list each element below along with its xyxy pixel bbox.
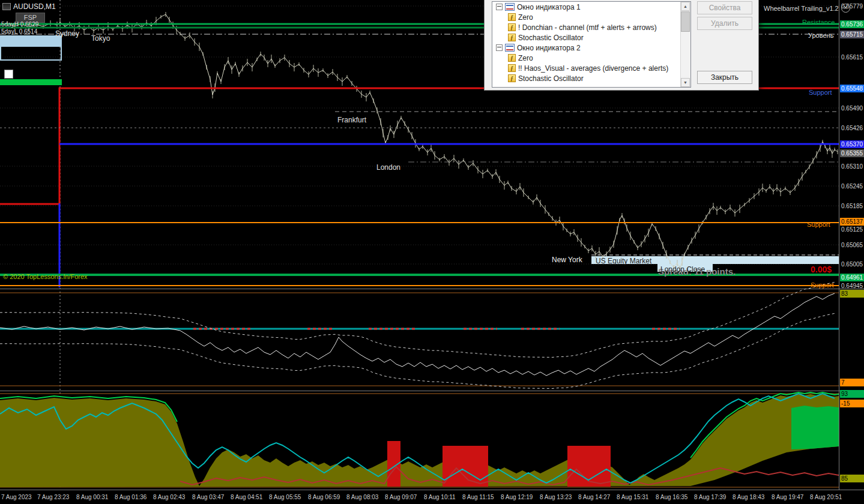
indicator-function-icon: ƒ bbox=[508, 23, 516, 31]
time-axis-label: 8 Aug 05:55 bbox=[269, 494, 301, 500]
price-scale-label: 0.65310 bbox=[840, 163, 864, 170]
time-axis-label: 8 Aug 06:59 bbox=[308, 494, 340, 500]
price-scale-label: 0.65426 bbox=[840, 124, 864, 132]
tree-item-label: !! Haos_Visual - averages (divergence + … bbox=[518, 64, 668, 73]
price-scale-label: 0.64945 bbox=[840, 282, 864, 290]
haos-green-zone bbox=[791, 406, 839, 449]
indicator-function-icon: ƒ bbox=[508, 54, 516, 62]
session-band bbox=[591, 256, 839, 264]
tree-item-label: Stochastic Oscillator bbox=[518, 74, 584, 83]
tree-expander-icon[interactable] bbox=[496, 4, 503, 10]
indicator-list-dialog: Окно индикатора 1ƒZeroƒ! Donchian - chan… bbox=[484, 0, 759, 91]
scroll-up-button[interactable]: ▲ bbox=[681, 2, 690, 11]
time-axis-label: 7 Aug 2023 bbox=[1, 494, 32, 500]
tree-item-label: Zero bbox=[518, 54, 533, 62]
tree-item-label: Окно индикатора 1 bbox=[517, 3, 581, 11]
time-axis-label: 8 Aug 11:15 bbox=[462, 494, 494, 500]
tree-item-indicator[interactable]: ƒStochastic Oscillator bbox=[492, 32, 681, 43]
scrollbar-thumb[interactable] bbox=[681, 11, 690, 32]
price-scale-label: 0.65065 bbox=[840, 241, 864, 249]
price-scale-label: 0.65137 bbox=[840, 218, 864, 226]
haos-pane bbox=[0, 392, 839, 487]
price-scale-label: 0.65736 bbox=[840, 20, 864, 28]
price-scale-label: 0.65370 bbox=[840, 140, 864, 148]
stochastic-main-line bbox=[0, 293, 835, 376]
time-axis-label: 8 Aug 20:51 bbox=[810, 494, 842, 500]
haos-alert-bar bbox=[443, 446, 488, 487]
time-axis-label: 8 Aug 17:39 bbox=[694, 494, 726, 500]
price-scale-label: 0.65615 bbox=[840, 53, 864, 61]
donchian-upper-band bbox=[0, 282, 835, 357]
indicator-function-icon: ƒ bbox=[508, 64, 516, 72]
panel-checkbox[interactable] bbox=[4, 70, 13, 79]
scroll-down-button[interactable]: ▼ bbox=[681, 78, 690, 87]
haos-fill-area bbox=[0, 394, 839, 487]
tree-item-indicator[interactable]: ƒStochastic Oscillator bbox=[492, 73, 681, 83]
price-scale-label: 83 bbox=[840, 290, 864, 298]
haos-alert-bar bbox=[567, 446, 611, 487]
price-scale-label: 0.65548 bbox=[840, 85, 864, 92]
time-axis-label: 8 Aug 04:51 bbox=[231, 494, 262, 500]
line-red-step bbox=[0, 88, 839, 204]
price-scale-label: 7 bbox=[840, 379, 864, 386]
tree-item-indicator-window[interactable]: Окно индикатора 2 bbox=[492, 43, 681, 53]
time-axis-label: 8 Aug 09:07 bbox=[385, 494, 417, 500]
tree-item-label: Zero bbox=[518, 13, 533, 22]
tree-item-indicator[interactable]: ƒ!! Haos_Visual - averages (divergence +… bbox=[492, 63, 681, 73]
stochastic-pane bbox=[0, 282, 839, 388]
properties-button[interactable]: Свойства bbox=[697, 1, 752, 14]
indicator-title-row: Wheelbarrel Trailing_v1.2 ✕ bbox=[764, 4, 850, 13]
time-axis-label: 8 Aug 15:31 bbox=[617, 494, 648, 500]
time-axis-label: 8 Aug 01:36 bbox=[115, 494, 147, 500]
indicator-function-icon: ƒ bbox=[508, 74, 516, 82]
time-axis-label: 8 Aug 13:23 bbox=[540, 494, 572, 500]
indicator-function-icon: ƒ bbox=[508, 34, 516, 41]
price-scale-label: 0.64961 bbox=[840, 274, 864, 281]
price-scale-label: -15 bbox=[840, 400, 864, 407]
time-axis-label: 8 Aug 08:03 bbox=[346, 494, 378, 500]
price-scale-label: 0.65125 bbox=[840, 226, 864, 233]
donchian-lower-band bbox=[0, 313, 835, 388]
chart-window-icon bbox=[505, 44, 515, 52]
tree-item-label: ! Donchian - channel (mtf + alerts + arr… bbox=[518, 23, 657, 32]
time-axis-label: 7 Aug 23:23 bbox=[37, 494, 69, 500]
price-scale-label: 0.65005 bbox=[840, 260, 864, 268]
time-axis-label: 8 Aug 10:11 bbox=[424, 494, 456, 500]
time-axis[interactable]: 7 Aug 20237 Aug 23:238 Aug 00:318 Aug 01… bbox=[0, 490, 864, 504]
time-axis-label: 8 Aug 18:43 bbox=[733, 494, 764, 500]
price-scale-label: 0.65715 bbox=[840, 31, 864, 38]
tree-item-label: Окно индикатора 2 bbox=[517, 44, 581, 52]
time-axis-label: 8 Aug 12:19 bbox=[501, 494, 533, 500]
close-button[interactable]: Закрыть bbox=[697, 71, 752, 84]
price-scale-label: 0.65490 bbox=[840, 104, 864, 112]
time-axis-label: 8 Aug 16:35 bbox=[656, 494, 687, 500]
price-scale-label: 0.65355 bbox=[840, 149, 864, 157]
dialog-scrollbar[interactable]: ▲ ▼ bbox=[680, 2, 690, 87]
tree-item-indicator[interactable]: ƒ! Donchian - channel (mtf + alerts + ar… bbox=[492, 22, 681, 32]
tree-expander-icon[interactable] bbox=[496, 44, 503, 51]
time-axis-label: 8 Aug 03:47 bbox=[192, 494, 224, 500]
tree-item-indicator[interactable]: ƒZero bbox=[492, 53, 681, 63]
indicator-function-icon: ƒ bbox=[508, 13, 516, 21]
indicator-tree[interactable]: Окно индикатора 1ƒZeroƒ! Donchian - chan… bbox=[492, 1, 691, 88]
price-scale-label: 93 bbox=[840, 390, 864, 398]
time-axis-label: 8 Aug 02:43 bbox=[153, 494, 185, 500]
price-scale-label: 0.65245 bbox=[840, 182, 864, 190]
time-axis-label: 8 Aug 14:27 bbox=[578, 494, 610, 500]
tree-item-indicator-window[interactable]: Окно индикатора 1 bbox=[492, 2, 681, 12]
indicator-close-icon[interactable]: ✕ bbox=[841, 4, 850, 13]
indicator-title-label: Wheelbarrel Trailing_v1.2 bbox=[764, 5, 839, 12]
time-axis-label: 8 Aug 00:31 bbox=[76, 494, 108, 500]
tree-item-label: Stochastic Oscillator bbox=[518, 34, 584, 42]
price-scale-label: 0.65185 bbox=[840, 202, 864, 210]
time-axis-label: 8 Aug 19:47 bbox=[772, 494, 803, 500]
delete-button[interactable]: Удалить bbox=[697, 17, 752, 30]
chart-window-icon bbox=[505, 3, 515, 11]
session-band bbox=[657, 264, 713, 272]
mt4-terminal-window: AUDUSD,M1 FSP 5dayH 0.6629 5dayL 0.6514 … bbox=[0, 0, 864, 504]
tree-item-indicator[interactable]: ƒZero bbox=[492, 12, 681, 22]
price-scale[interactable]: 0.657790.657360.657150.656150.655480.654… bbox=[839, 0, 864, 490]
price-scale-label: 85 bbox=[840, 475, 864, 482]
